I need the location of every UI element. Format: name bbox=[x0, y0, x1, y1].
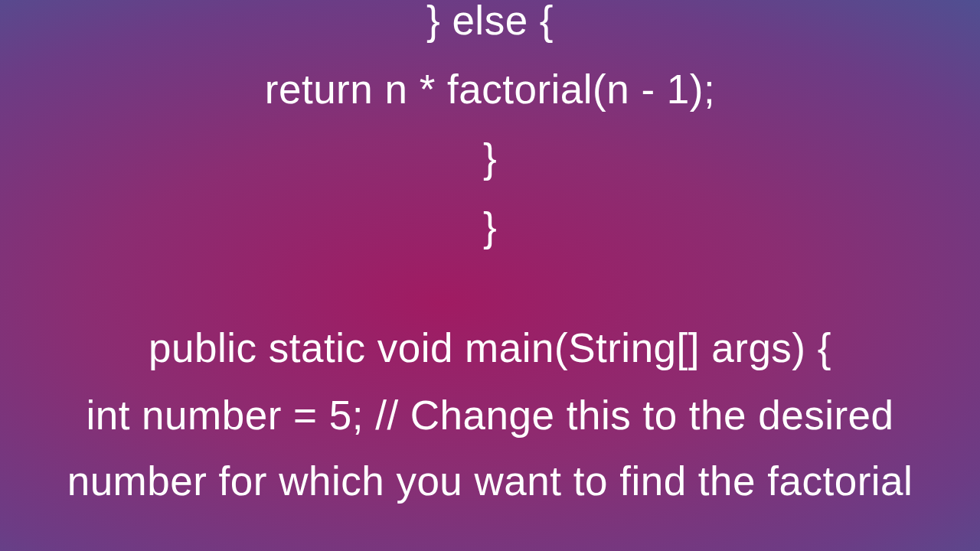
code-line-number-decl: int number = 5; // Change this to the de… bbox=[0, 383, 980, 514]
blank-line bbox=[0, 262, 980, 314]
code-line-close-brace-1: } bbox=[0, 124, 980, 193]
code-line-else: } else { bbox=[0, 0, 980, 55]
code-line-main-signature: public static void main(String[] args) { bbox=[0, 314, 980, 383]
code-line-close-brace-2: } bbox=[0, 193, 980, 262]
code-line-return: return n * factorial(n - 1); bbox=[0, 55, 980, 124]
code-snippet: } else { return n * factorial(n - 1); } … bbox=[0, 0, 980, 514]
